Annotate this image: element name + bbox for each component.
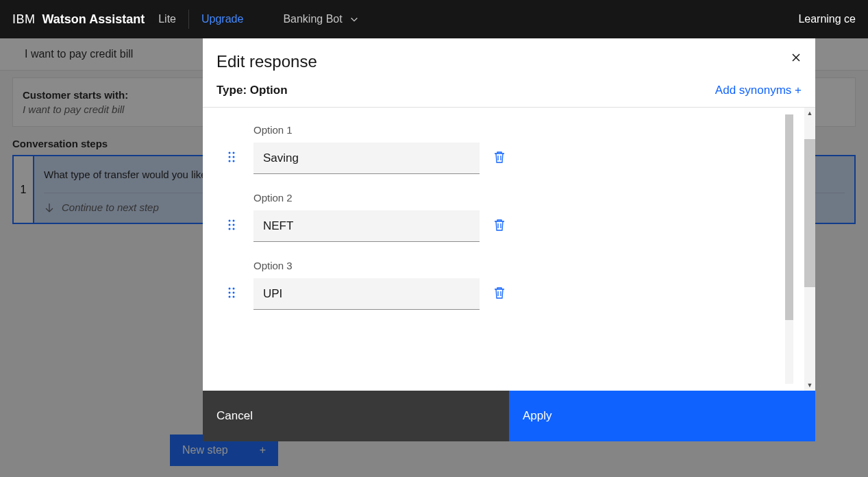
scrollbar-thumb[interactable] bbox=[785, 114, 793, 320]
option-input[interactable] bbox=[253, 278, 480, 310]
response-type-label: Type: Option bbox=[216, 84, 288, 97]
svg-point-12 bbox=[229, 288, 231, 290]
modal-body: Option 1 Option 2 bbox=[203, 108, 815, 391]
logo: IBM Watson Assistant Lite bbox=[12, 12, 176, 27]
drag-handle[interactable] bbox=[227, 151, 236, 166]
drag-icon bbox=[227, 286, 236, 299]
option-row bbox=[253, 278, 802, 310]
add-synonyms-link[interactable]: Add synonyms + bbox=[715, 84, 802, 97]
drag-handle[interactable] bbox=[227, 219, 236, 234]
option-input[interactable] bbox=[253, 143, 480, 174]
option-3: Option 3 bbox=[253, 260, 802, 310]
drag-icon bbox=[227, 219, 236, 231]
trash-icon bbox=[493, 150, 506, 164]
option-label: Option 1 bbox=[253, 124, 802, 136]
svg-point-6 bbox=[229, 220, 231, 222]
trash-icon bbox=[493, 218, 506, 232]
svg-point-5 bbox=[233, 160, 235, 162]
drag-handle[interactable] bbox=[227, 286, 236, 302]
bot-selector[interactable]: Banking Bot bbox=[283, 13, 358, 25]
learning-center-link[interactable]: Learning ce bbox=[798, 13, 856, 25]
options-list: Option 1 Option 2 bbox=[203, 108, 815, 391]
svg-point-17 bbox=[233, 296, 235, 298]
svg-point-11 bbox=[233, 228, 235, 230]
apply-button[interactable]: Apply bbox=[509, 391, 815, 441]
svg-point-14 bbox=[229, 292, 231, 294]
svg-point-8 bbox=[229, 224, 231, 226]
option-label: Option 3 bbox=[253, 260, 802, 271]
drag-icon bbox=[227, 151, 236, 163]
svg-point-9 bbox=[233, 224, 235, 226]
option-label: Option 2 bbox=[253, 192, 802, 204]
option-2: Option 2 bbox=[253, 192, 802, 242]
scroll-down-arrow[interactable]: ▼ bbox=[804, 380, 815, 391]
svg-point-3 bbox=[233, 156, 235, 158]
svg-point-4 bbox=[229, 160, 231, 162]
chevron-down-icon bbox=[349, 14, 359, 24]
scrollbar-track[interactable] bbox=[804, 119, 815, 380]
logo-watson: Watson Assistant bbox=[42, 12, 145, 27]
upgrade-link[interactable]: Upgrade bbox=[201, 13, 243, 25]
inner-scrollbar[interactable] bbox=[785, 114, 793, 384]
scroll-up-arrow[interactable]: ▲ bbox=[804, 108, 815, 119]
delete-option-button[interactable] bbox=[493, 218, 506, 234]
svg-point-7 bbox=[233, 220, 235, 222]
delete-option-button[interactable] bbox=[493, 286, 506, 302]
svg-point-15 bbox=[233, 292, 235, 294]
close-button[interactable] bbox=[785, 47, 807, 69]
option-1: Option 1 bbox=[253, 124, 802, 174]
svg-point-2 bbox=[229, 156, 231, 158]
plan-label: Lite bbox=[158, 13, 176, 25]
svg-point-1 bbox=[233, 152, 235, 154]
trash-icon bbox=[493, 286, 506, 299]
logo-ibm: IBM bbox=[12, 12, 36, 27]
cancel-button[interactable]: Cancel bbox=[203, 391, 509, 441]
divider bbox=[188, 10, 189, 29]
option-row bbox=[253, 210, 802, 242]
svg-point-10 bbox=[229, 228, 231, 230]
scrollbar-thumb[interactable] bbox=[804, 139, 815, 287]
bot-name: Banking Bot bbox=[283, 13, 342, 25]
modal-footer: Cancel Apply bbox=[203, 391, 815, 441]
app-header: IBM Watson Assistant Lite Upgrade Bankin… bbox=[0, 0, 868, 38]
option-input[interactable] bbox=[253, 210, 480, 242]
outer-scrollbar[interactable]: ▲ ▼ bbox=[804, 108, 815, 391]
svg-point-0 bbox=[229, 152, 231, 154]
modal-type-row: Type: Option Add synonyms + bbox=[203, 80, 815, 108]
svg-point-13 bbox=[233, 288, 235, 290]
modal-header: Edit response bbox=[203, 38, 815, 80]
option-row bbox=[253, 143, 802, 174]
svg-point-16 bbox=[229, 296, 231, 298]
modal-title: Edit response bbox=[216, 52, 802, 71]
close-icon bbox=[791, 52, 802, 63]
edit-response-modal: Edit response Type: Option Add synonyms … bbox=[203, 38, 815, 441]
delete-option-button[interactable] bbox=[493, 150, 506, 167]
